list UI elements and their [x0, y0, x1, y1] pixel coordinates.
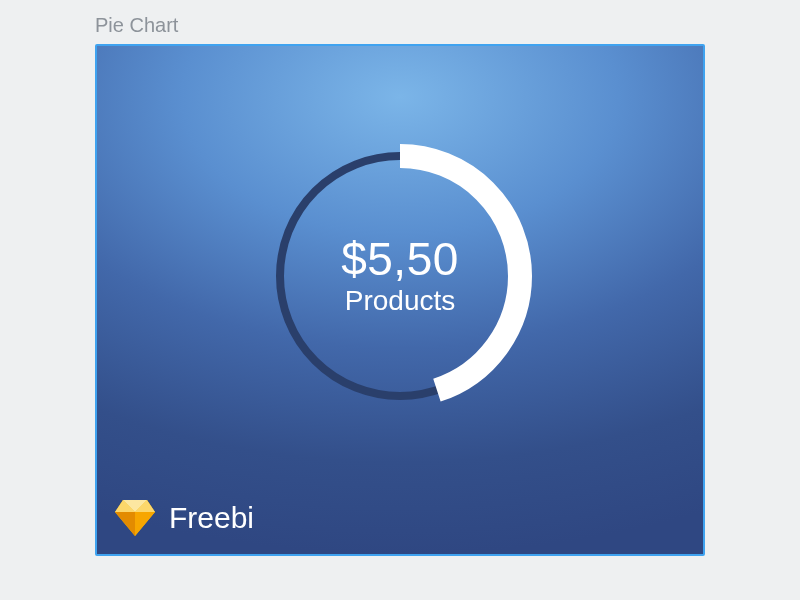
svg-marker-6: [115, 512, 135, 536]
chart-center: $5,50 Products: [250, 126, 550, 426]
card-footer: Freebi: [115, 500, 254, 536]
donut-chart: $5,50 Products: [250, 126, 550, 426]
sketch-diamond-icon: [115, 500, 155, 536]
page-title: Pie Chart: [95, 14, 178, 37]
chart-card: $5,50 Products Freebi: [95, 44, 705, 556]
chart-center-label: Products: [345, 285, 456, 317]
svg-marker-7: [135, 512, 155, 536]
footer-label: Freebi: [169, 501, 254, 535]
chart-center-value: $5,50: [341, 235, 459, 283]
